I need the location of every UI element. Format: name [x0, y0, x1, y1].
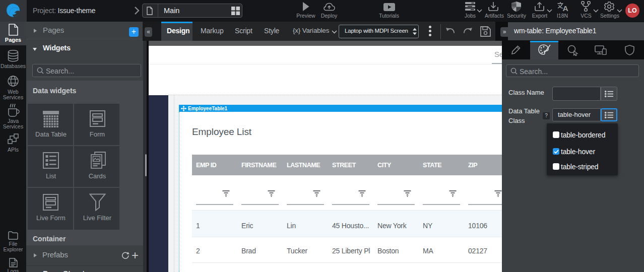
- svg-text:A: A: [563, 4, 568, 12]
